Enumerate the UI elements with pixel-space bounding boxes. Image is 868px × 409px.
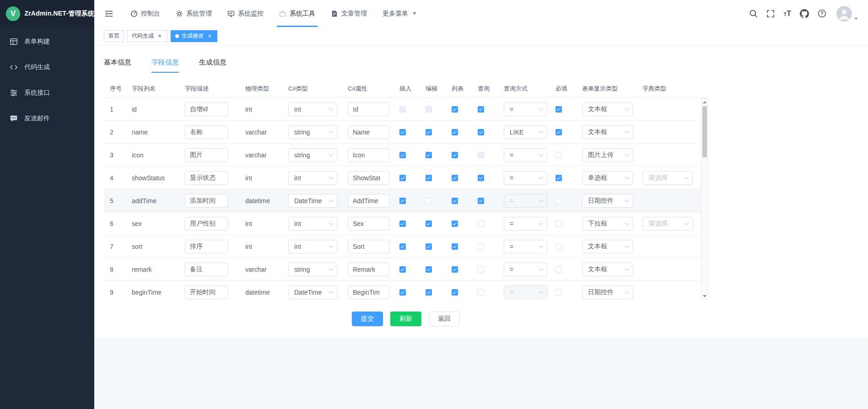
nav-item-more-menus[interactable]: 更多菜单 (375, 0, 424, 27)
csharp-property-input[interactable] (348, 194, 389, 208)
csharp-property-input[interactable] (348, 171, 389, 185)
query-type-select[interactable]: = (504, 148, 547, 162)
list-checkbox[interactable] (452, 289, 458, 296)
field-description-input[interactable] (185, 217, 228, 231)
required-checkbox[interactable] (555, 129, 562, 135)
nav-item-article-management[interactable]: 文章管理 (323, 0, 375, 27)
csharp-type-select[interactable]: string (288, 125, 337, 139)
query-checkbox[interactable] (478, 198, 484, 204)
csharp-type-select[interactable]: int (288, 217, 337, 231)
query-checkbox[interactable] (478, 175, 484, 181)
query-checkbox[interactable] (478, 266, 484, 273)
query-checkbox[interactable] (478, 289, 484, 296)
required-checkbox[interactable] (555, 198, 562, 204)
csharp-type-select[interactable]: int (288, 240, 337, 253)
query-type-select[interactable]: = (504, 240, 547, 253)
field-description-input[interactable] (185, 285, 228, 299)
scroll-up-arrow[interactable] (701, 99, 707, 105)
required-checkbox[interactable] (555, 152, 562, 158)
list-checkbox[interactable] (452, 129, 458, 135)
list-checkbox[interactable] (452, 198, 458, 204)
insert-checkbox[interactable] (399, 266, 406, 273)
sidebar-collapse-icon[interactable] (102, 6, 116, 21)
scroll-down-arrow[interactable] (701, 293, 707, 299)
query-checkbox[interactable] (478, 129, 484, 135)
font-size-icon[interactable]: TT (783, 10, 791, 17)
sidebar-item-code-generation[interactable]: 代码生成 (0, 54, 94, 80)
display-type-select[interactable]: 文本框 (582, 240, 633, 253)
query-type-select[interactable]: = (504, 171, 547, 185)
display-type-select[interactable]: 下拉框 (582, 217, 633, 231)
scrollbar-track[interactable] (701, 105, 707, 293)
edit-checkbox[interactable] (426, 289, 432, 296)
back-button[interactable]: 返回 (429, 312, 460, 326)
required-checkbox[interactable] (555, 221, 562, 227)
list-checkbox[interactable] (452, 243, 458, 250)
tab-basic-info[interactable]: 基本信息 (104, 57, 131, 68)
query-checkbox[interactable] (478, 221, 484, 227)
query-type-select[interactable]: LIKE (504, 125, 547, 139)
field-description-input[interactable] (185, 240, 228, 253)
table-scrollbar[interactable] (701, 98, 708, 300)
display-type-select[interactable]: 文本框 (582, 125, 633, 139)
edit-checkbox[interactable] (426, 175, 432, 181)
app-logo[interactable]: V ZrAdmin.NET-管理系统 (0, 0, 94, 27)
query-checkbox[interactable] (478, 243, 484, 250)
fullscreen-icon[interactable] (766, 10, 775, 18)
edit-checkbox[interactable] (426, 129, 432, 135)
edit-checkbox[interactable] (426, 152, 432, 158)
tab-generation-info[interactable]: 生成信息 (199, 57, 226, 68)
list-checkbox[interactable] (452, 152, 458, 158)
help-icon[interactable]: ? (818, 9, 826, 18)
field-description-input[interactable] (185, 148, 228, 162)
nav-item-system-monitoring[interactable]: 系统监控 (220, 0, 271, 27)
display-type-select[interactable]: 图片上传 (582, 148, 633, 162)
sidebar-item-form-builder[interactable]: 表单构建 (0, 29, 94, 54)
edit-checkbox[interactable] (426, 243, 432, 250)
required-checkbox[interactable] (555, 106, 562, 113)
csharp-property-input[interactable] (348, 285, 389, 299)
user-menu[interactable] (836, 6, 858, 22)
close-tab-icon[interactable]: × (206, 33, 213, 39)
list-checkbox[interactable] (452, 175, 458, 181)
csharp-type-select[interactable]: int (288, 171, 337, 185)
refresh-button[interactable]: 刷新 (390, 312, 421, 326)
tag-generate-edit[interactable]: 生成修改 × (171, 30, 217, 42)
csharp-property-input[interactable] (348, 148, 389, 162)
sidebar-item-api[interactable]: 系统接口 (0, 80, 94, 106)
list-checkbox[interactable] (452, 221, 458, 227)
sidebar-item-send-mail[interactable]: 发送邮件 (0, 106, 94, 131)
insert-checkbox[interactable] (399, 129, 406, 135)
csharp-type-select[interactable]: int (288, 102, 337, 116)
csharp-property-input[interactable] (348, 125, 389, 139)
required-checkbox[interactable] (555, 266, 562, 273)
required-checkbox[interactable] (555, 243, 562, 250)
query-type-select[interactable]: = (504, 263, 547, 276)
csharp-type-select[interactable]: string (288, 263, 337, 276)
query-type-select[interactable]: = (504, 102, 547, 116)
search-icon[interactable] (749, 9, 758, 18)
close-tab-icon[interactable]: × (156, 33, 163, 39)
display-type-select[interactable]: 日期控件 (582, 194, 633, 208)
csharp-type-select[interactable]: DateTime (288, 285, 337, 299)
display-type-select[interactable]: 日期控件 (582, 285, 633, 299)
insert-checkbox[interactable] (399, 289, 406, 296)
insert-checkbox[interactable] (399, 243, 406, 250)
scrollbar-thumb[interactable] (702, 106, 707, 157)
field-description-input[interactable] (185, 125, 228, 139)
list-checkbox[interactable] (452, 106, 458, 113)
csharp-property-input[interactable] (348, 263, 389, 276)
field-description-input[interactable] (185, 171, 228, 185)
tab-field-info[interactable]: 字段信息 (151, 57, 179, 68)
csharp-type-select[interactable]: DateTime (288, 194, 337, 208)
query-type-select[interactable]: = (504, 217, 547, 231)
github-icon[interactable] (800, 9, 809, 18)
required-checkbox[interactable] (555, 175, 562, 181)
list-checkbox[interactable] (452, 266, 458, 273)
csharp-property-input[interactable] (348, 217, 389, 231)
edit-checkbox[interactable] (426, 198, 432, 204)
dict-type-select[interactable]: 请选择 (642, 171, 693, 185)
required-checkbox[interactable] (555, 289, 562, 296)
insert-checkbox[interactable] (399, 175, 406, 181)
field-description-input[interactable] (185, 194, 228, 208)
